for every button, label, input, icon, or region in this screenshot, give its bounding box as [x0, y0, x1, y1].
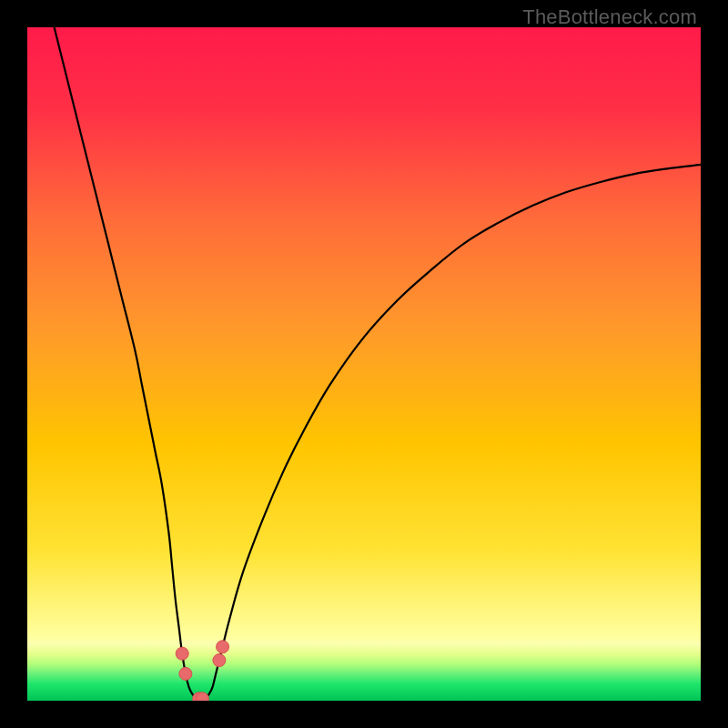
curve-marker	[176, 647, 188, 660]
plot-area	[27, 27, 701, 701]
watermark-text: TheBottleneck.com	[522, 5, 697, 29]
curve-marker	[196, 693, 208, 701]
curve-marker	[179, 667, 192, 680]
curve-marker	[217, 641, 229, 653]
curve-path	[55, 27, 701, 699]
curve-marker	[213, 654, 226, 667]
bottleneck-curve	[27, 27, 701, 701]
